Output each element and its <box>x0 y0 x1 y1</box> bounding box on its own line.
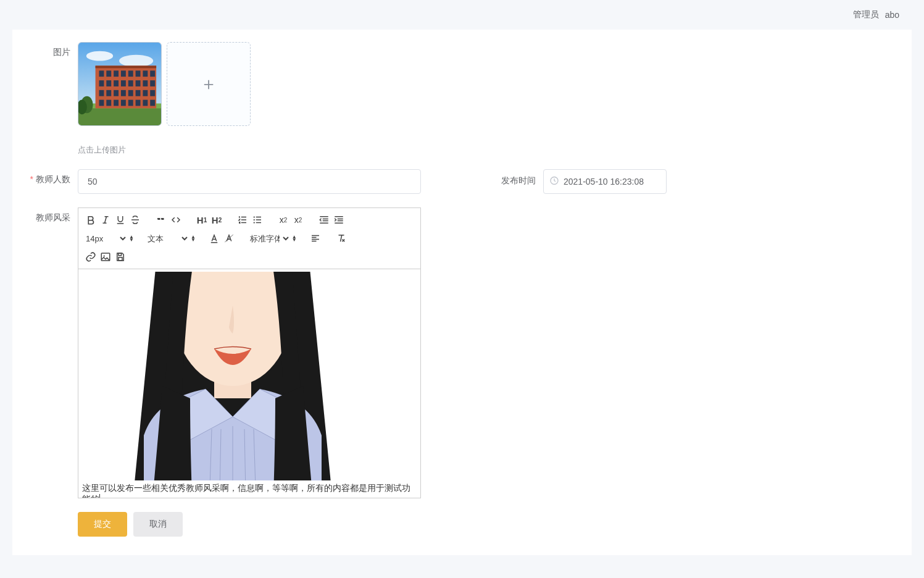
editor-content-area[interactable]: 这里可以发布一些相关优秀教师风采啊，信息啊，等等啊，所有的内容都是用于测试功能的 <box>78 269 420 498</box>
svg-rect-29 <box>143 90 148 96</box>
save-button[interactable] <box>113 249 128 265</box>
svg-rect-49 <box>119 258 122 261</box>
svg-point-43 <box>254 219 255 220</box>
svg-rect-31 <box>99 100 104 106</box>
svg-rect-48 <box>119 253 122 256</box>
svg-rect-10 <box>121 70 126 77</box>
indent-decrease-button[interactable] <box>317 212 331 228</box>
svg-rect-9 <box>114 70 119 77</box>
uploaded-image-thumbnail[interactable] <box>78 42 162 126</box>
svg-rect-26 <box>121 90 126 96</box>
superscript-button[interactable]: x2 <box>291 212 306 228</box>
svg-rect-20 <box>136 80 141 86</box>
form-panel: 图片 <box>12 30 912 555</box>
chevron-updown-icon: ▲▼ <box>292 235 297 241</box>
svg-rect-21 <box>143 80 148 86</box>
rich-text-editor: H1 H2 x2 x2 14px <box>78 207 421 498</box>
svg-rect-17 <box>114 80 119 86</box>
svg-rect-45 <box>211 242 218 243</box>
upload-hint: 点击上传图片 <box>78 140 912 156</box>
building-thumbnail-icon <box>78 43 161 125</box>
svg-rect-23 <box>99 90 104 96</box>
upload-area: ＋ <box>78 42 251 126</box>
bold-button[interactable] <box>83 212 98 228</box>
strikethrough-button[interactable] <box>128 212 143 228</box>
font-size-select[interactable]: 14px <box>83 231 128 246</box>
background-color-button[interactable] <box>222 230 236 246</box>
heading2-button[interactable]: H2 <box>209 212 224 228</box>
align-button[interactable] <box>308 230 323 246</box>
text-type-select[interactable]: 文本 <box>145 231 189 246</box>
clock-icon <box>549 176 559 188</box>
row-teacher-count: *教师人数 <box>12 169 421 194</box>
svg-rect-7 <box>99 70 104 77</box>
svg-rect-22 <box>150 80 155 86</box>
font-color-button[interactable] <box>207 230 222 246</box>
quote-button[interactable] <box>154 212 169 228</box>
upload-add-button[interactable]: ＋ <box>167 42 251 126</box>
label-image: 图片 <box>12 42 78 58</box>
svg-rect-36 <box>136 100 141 106</box>
svg-rect-19 <box>128 80 133 86</box>
row-teacher-style: 教师风采 H1 H2 <box>12 207 912 498</box>
svg-rect-37 <box>143 100 148 106</box>
svg-rect-32 <box>106 100 111 106</box>
svg-rect-8 <box>106 70 111 77</box>
label-publish-time: 发布时间 <box>501 169 543 194</box>
svg-rect-6 <box>96 65 157 68</box>
chevron-updown-icon: ▲▼ <box>191 235 196 241</box>
chevron-updown-icon: ▲▼ <box>129 235 134 241</box>
svg-point-47 <box>104 255 105 256</box>
label-teacher-style: 教师风采 <box>12 207 78 224</box>
svg-point-44 <box>254 222 255 223</box>
svg-rect-18 <box>121 80 126 86</box>
subscript-button[interactable]: x2 <box>276 212 291 228</box>
svg-rect-28 <box>136 90 141 96</box>
row-publish-time: 发布时间 <box>501 169 667 194</box>
heading1-button[interactable]: H1 <box>194 212 209 228</box>
svg-rect-16 <box>106 80 111 86</box>
svg-rect-25 <box>114 90 119 96</box>
svg-rect-38 <box>150 100 155 106</box>
svg-rect-34 <box>121 100 126 106</box>
row-image-upload: 图片 <box>12 42 912 126</box>
editor-toolbar: H1 H2 x2 x2 14px <box>78 208 420 269</box>
label-teacher-count: *教师人数 <box>12 169 78 194</box>
header-role: 管理员 <box>853 9 879 20</box>
page-header: 管理员 abo <box>0 0 924 30</box>
svg-rect-27 <box>128 90 133 96</box>
header-username: abo <box>885 10 899 20</box>
svg-point-42 <box>254 216 255 217</box>
indent-increase-button[interactable] <box>331 212 346 228</box>
svg-rect-15 <box>99 80 104 86</box>
svg-rect-11 <box>128 70 133 77</box>
svg-rect-12 <box>136 70 141 77</box>
image-button[interactable] <box>98 249 113 265</box>
svg-rect-35 <box>128 100 133 106</box>
editor-embedded-image <box>82 272 383 480</box>
italic-button[interactable] <box>98 212 113 228</box>
svg-rect-30 <box>150 90 155 96</box>
link-button[interactable] <box>83 249 98 265</box>
svg-rect-14 <box>150 70 155 77</box>
plus-icon: ＋ <box>200 75 217 93</box>
submit-button[interactable]: 提交 <box>78 512 127 537</box>
svg-point-1 <box>86 51 113 61</box>
svg-rect-13 <box>143 70 148 77</box>
publish-time-input[interactable] <box>543 169 667 194</box>
ordered-list-button[interactable] <box>235 212 250 228</box>
svg-rect-24 <box>106 90 111 96</box>
svg-point-2 <box>119 55 153 67</box>
cancel-button[interactable]: 取消 <box>133 512 183 537</box>
underline-button[interactable] <box>113 212 128 228</box>
clear-format-button[interactable] <box>334 230 349 246</box>
font-family-select[interactable]: 标准字体 <box>248 231 291 246</box>
editor-text-content: 这里可以发布一些相关优秀教师风采啊，信息啊，等等啊，所有的内容都是用于测试功能的 <box>82 480 417 498</box>
code-button[interactable] <box>169 212 183 228</box>
svg-rect-33 <box>114 100 119 106</box>
teacher-count-input[interactable] <box>78 169 421 194</box>
unordered-list-button[interactable] <box>250 212 265 228</box>
